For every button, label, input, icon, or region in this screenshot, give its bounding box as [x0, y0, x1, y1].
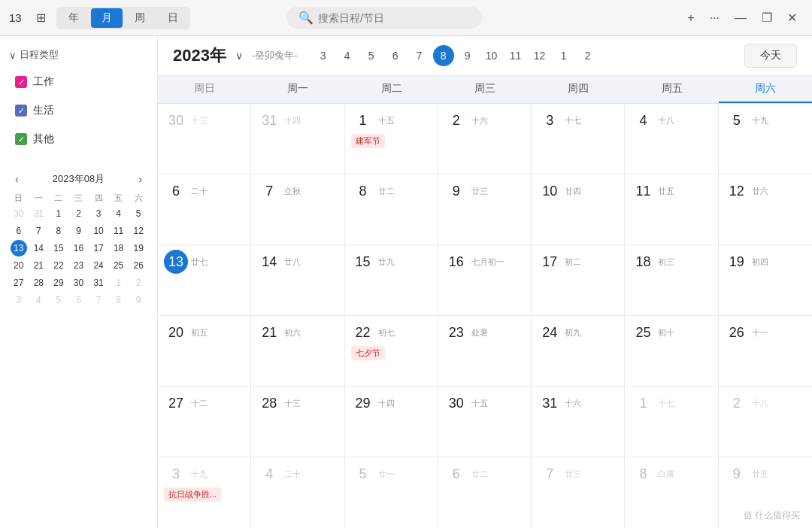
mini-day-5-2[interactable]: 5	[50, 292, 67, 308]
mini-day-5-4[interactable]: 7	[90, 292, 107, 308]
mini-day-4-1[interactable]: 28	[30, 275, 47, 291]
month-num-1[interactable]: 1	[553, 45, 574, 66]
more-button[interactable]: ···	[704, 8, 726, 28]
cal-cell-3-0[interactable]: 20初五	[158, 316, 251, 386]
mini-day-0-5[interactable]: 4	[111, 205, 127, 222]
month-num-10[interactable]: 10	[481, 45, 502, 66]
mini-day-4-0[interactable]: 27	[11, 275, 27, 291]
mini-day-3-5[interactable]: 25	[111, 257, 127, 274]
mini-day-1-1[interactable]: 7	[30, 223, 47, 239]
mini-day-0-6[interactable]: 5	[130, 205, 147, 222]
tab-month[interactable]: 月	[91, 8, 123, 28]
cal-cell-3-2[interactable]: 22初七七夕节	[345, 316, 438, 386]
cal-cell-3-4[interactable]: 24初九	[532, 316, 625, 386]
cal-cell-5-5[interactable]: 8白露	[625, 457, 718, 528]
search-bar[interactable]: 🔍	[286, 7, 482, 29]
cal-cell-5-0[interactable]: 3十九抗日战争胜...	[158, 457, 251, 528]
category-checkbox-life[interactable]: ✓	[15, 105, 27, 117]
cal-cell-3-5[interactable]: 25初十	[625, 316, 718, 386]
cal-cell-3-1[interactable]: 21初六	[251, 316, 344, 386]
mini-day-1-0[interactable]: 6	[11, 223, 27, 239]
cal-cell-2-6[interactable]: 19初四	[719, 245, 812, 315]
mini-day-4-2[interactable]: 29	[50, 275, 67, 291]
mini-day-3-2[interactable]: 22	[50, 257, 67, 274]
tab-year[interactable]: 年	[58, 8, 89, 28]
cal-cell-5-1[interactable]: 4二十	[251, 457, 344, 528]
mini-day-4-6[interactable]: 2	[130, 275, 147, 291]
mini-cal-prev[interactable]: ‹	[12, 171, 22, 187]
mini-day-0-1[interactable]: 31	[30, 205, 47, 222]
cal-cell-4-5[interactable]: 1十七	[625, 387, 718, 457]
cal-cell-2-3[interactable]: 16七月初一	[438, 245, 532, 315]
cal-cell-2-2[interactable]: 15廿九	[345, 245, 438, 315]
mini-day-1-5[interactable]: 11	[111, 223, 127, 239]
close-button[interactable]: ✕	[781, 8, 803, 28]
mini-day-3-6[interactable]: 26	[130, 257, 147, 274]
mini-cal-next[interactable]: ›	[135, 171, 145, 187]
cal-cell-0-0[interactable]: 30十三	[158, 104, 251, 174]
cal-cell-0-4[interactable]: 3十七	[532, 104, 625, 174]
cal-year-dropdown[interactable]: ∨	[235, 50, 243, 62]
mini-day-3-1[interactable]: 21	[30, 257, 47, 274]
cal-cell-5-4[interactable]: 7廿三	[532, 457, 625, 528]
mini-day-2-0[interactable]: 13	[11, 240, 27, 256]
add-button[interactable]: +	[681, 8, 700, 28]
category-item-other[interactable]: ✓ 其他	[9, 128, 148, 150]
cal-cell-1-4[interactable]: 10廿四	[532, 174, 625, 244]
cal-cell-0-1[interactable]: 31十四	[251, 104, 344, 174]
cal-cell-5-3[interactable]: 6廿二	[438, 457, 532, 528]
month-num-9[interactable]: 9	[457, 45, 478, 66]
today-button[interactable]: 今天	[744, 44, 797, 68]
cal-cell-0-6[interactable]: 5十九	[719, 104, 812, 174]
mini-day-0-4[interactable]: 3	[90, 205, 107, 222]
cal-cell-4-4[interactable]: 31十六	[532, 387, 625, 457]
search-input[interactable]	[318, 12, 453, 24]
cal-cell-3-6[interactable]: 26十一	[719, 316, 812, 386]
cal-cell-4-0[interactable]: 27十二	[158, 387, 251, 457]
mini-day-0-3[interactable]: 2	[70, 205, 86, 222]
cal-cell-2-0[interactable]: 13廿七	[158, 245, 251, 315]
mini-day-4-3[interactable]: 30	[70, 275, 86, 291]
month-num-7[interactable]: 7	[409, 45, 430, 66]
mini-day-5-5[interactable]: 8	[111, 292, 127, 308]
month-num-6[interactable]: 6	[385, 45, 406, 66]
cal-cell-4-6[interactable]: 2十八	[719, 387, 812, 457]
maximize-button[interactable]: ❐	[756, 8, 778, 28]
mini-day-5-1[interactable]: 4	[30, 292, 47, 308]
month-num-8[interactable]: 8	[433, 45, 454, 66]
cal-cell-0-3[interactable]: 2十六	[438, 104, 532, 174]
month-num-12[interactable]: 12	[529, 45, 550, 66]
mini-day-1-2[interactable]: 8	[50, 223, 67, 239]
mini-day-2-3[interactable]: 16	[70, 240, 86, 256]
cal-cell-5-2[interactable]: 5廿一	[345, 457, 438, 528]
category-checkbox-work[interactable]: ✓	[15, 76, 27, 88]
cal-cell-2-5[interactable]: 18初三	[625, 245, 718, 315]
cal-cell-3-3[interactable]: 23处暑	[438, 316, 532, 386]
tab-day[interactable]: 日	[157, 8, 189, 28]
mini-day-1-4[interactable]: 10	[90, 223, 107, 239]
cal-cell-4-3[interactable]: 30十五	[438, 387, 532, 457]
cal-cell-0-2[interactable]: 1十五建军节	[345, 104, 438, 174]
mini-day-3-0[interactable]: 20	[11, 257, 27, 274]
category-item-work[interactable]: ✓ 工作	[9, 71, 148, 93]
category-item-life[interactable]: ✓ 生活	[9, 99, 148, 122]
category-checkbox-other[interactable]: ✓	[15, 133, 27, 145]
month-num-2[interactable]: 2	[577, 45, 598, 66]
mini-day-0-2[interactable]: 1	[50, 205, 67, 222]
mini-day-0-0[interactable]: 30	[11, 205, 27, 222]
tab-week[interactable]: 周	[124, 8, 156, 28]
mini-day-2-4[interactable]: 17	[90, 240, 107, 256]
cal-cell-2-4[interactable]: 17初二	[532, 245, 625, 315]
mini-day-5-0[interactable]: 3	[11, 292, 27, 308]
cal-cell-4-1[interactable]: 28十三	[251, 387, 344, 457]
mini-day-3-3[interactable]: 23	[70, 257, 86, 274]
mini-day-3-4[interactable]: 24	[90, 257, 107, 274]
cal-cell-0-5[interactable]: 4十八	[625, 104, 718, 174]
mini-day-2-2[interactable]: 15	[50, 240, 67, 256]
sidebar-toggle-button[interactable]: ⊞	[32, 8, 50, 28]
cal-cell-1-5[interactable]: 11廿五	[625, 174, 718, 244]
mini-day-5-6[interactable]: 9	[130, 292, 147, 308]
cal-cell-1-6[interactable]: 12廿六	[719, 174, 812, 244]
month-num-4[interactable]: 4	[337, 45, 358, 66]
cal-cell-2-1[interactable]: 14廿八	[251, 245, 344, 315]
